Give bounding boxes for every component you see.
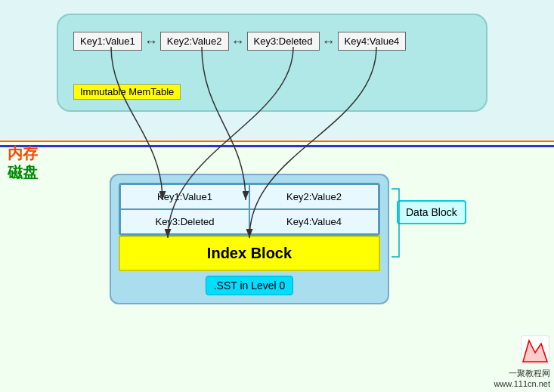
keys-row: Key1:Value1 ↔ Key2:Value2 ↔ Key3:Deleted… <box>73 32 471 51</box>
index-block: Index Block <box>119 236 380 271</box>
data-block-area: Key1:Value1 Key2:Value2 Key3:Deleted Key… <box>119 183 380 236</box>
key-box-0: Key1:Value1 <box>73 32 142 51</box>
data-cell-10: Key3:Deleted <box>120 209 249 234</box>
data-block-label: Data Block <box>397 200 466 224</box>
divider-orange <box>0 140 554 142</box>
disk-label: 磁盘 <box>8 162 38 183</box>
watermark-line1: 一聚教程网 <box>494 368 550 379</box>
arrow-h-1: ↔ <box>229 35 247 48</box>
arrow-h-0: ↔ <box>142 35 160 48</box>
data-cell-01: Key2:Value2 <box>249 184 379 209</box>
key-box-3: Key4:Value4 <box>338 32 407 51</box>
data-row-1: Key3:Deleted Key4:Value4 <box>120 209 379 234</box>
key-box-2: Key3:Deleted <box>247 32 320 51</box>
data-row-0: Key1:Value1 Key2:Value2 <box>120 184 379 209</box>
watermark-logo-icon <box>520 335 550 365</box>
key-box-1: Key2:Value2 <box>160 32 229 51</box>
sst-container: Key1:Value1 Key2:Value2 Key3:Deleted Key… <box>110 174 389 304</box>
watermark: 一聚教程网 www.111cn.net <box>494 335 550 388</box>
divider-blue <box>0 145 554 147</box>
memory-label: 内存 <box>8 144 38 164</box>
data-cell-11: Key4:Value4 <box>249 209 379 234</box>
arrow-h-2: ↔ <box>320 35 338 48</box>
memtable-label: Immutable MemTable <box>73 84 181 100</box>
data-cell-00: Key1:Value1 <box>120 184 249 209</box>
sst-label: .SST in Level 0 <box>206 276 294 295</box>
watermark-line2: www.111cn.net <box>494 379 550 388</box>
memtable-container: Key1:Value1 ↔ Key2:Value2 ↔ Key3:Deleted… <box>57 14 487 112</box>
